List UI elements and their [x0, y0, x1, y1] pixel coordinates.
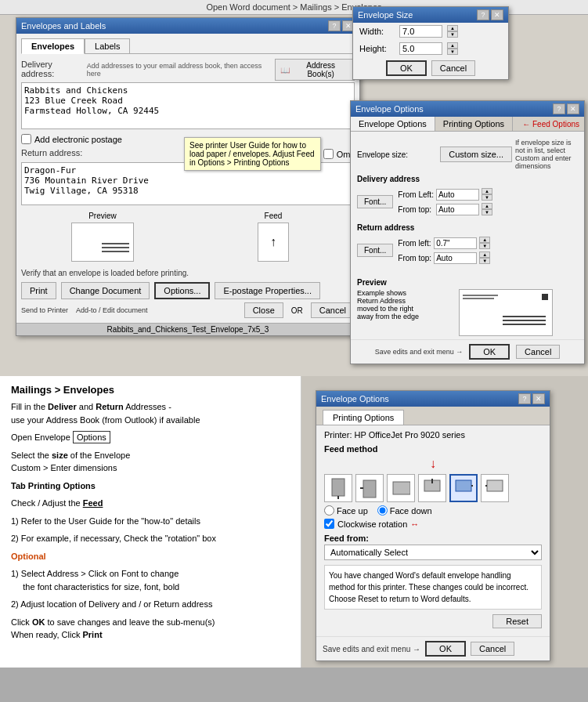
close-btn2[interactable]: Close [244, 302, 283, 318]
print-options-close[interactable]: ✕ [532, 393, 545, 404]
face-radio-group: Face up Face down [324, 505, 542, 516]
print-options-title: Envelope Options [321, 394, 389, 403]
env-size-close[interactable]: ✕ [491, 9, 503, 20]
step2-para: 2) For example, if necessary, Check the … [11, 532, 290, 545]
feed-icon-2-svg [360, 477, 379, 499]
custom-note: If envelope size is not in list, select … [515, 139, 578, 170]
printer-row: Printer: HP OfficeJet Pro 9020 series [324, 430, 542, 440]
print-options-title-btns: ? ✕ [518, 393, 545, 404]
return-font-btn[interactable]: Font... [357, 244, 393, 257]
tab-envelopes[interactable]: Envelopes [21, 38, 85, 54]
feed-icon-6-svg [485, 477, 504, 499]
print-options-cancel-btn[interactable]: Cancel [471, 642, 514, 656]
width-label: Width: [359, 27, 395, 36]
info-box: You have changed Word's default envelope… [324, 565, 542, 610]
print-options-body: Printer: HP OfficeJet Pro 9020 series Fe… [316, 425, 550, 636]
options-preview-graphic [459, 289, 553, 336]
feed-icon-3-svg [391, 477, 410, 499]
width-spinner: ▲ ▼ [447, 25, 458, 38]
options-btn[interactable]: Options... [154, 282, 210, 299]
return-label: Return address: [21, 148, 82, 157]
tabs-row: Envelopes Labels [21, 38, 355, 54]
clockwise-checkbox[interactable] [324, 519, 334, 529]
env-options-question[interactable]: ? [553, 103, 565, 114]
env-line-3 [102, 251, 129, 252]
address-info-text: Add addresses to your email address book… [87, 62, 276, 78]
cancel-btn[interactable]: Cancel [311, 302, 355, 318]
close-cancel-row: Send to Printer Add-to / Edit document C… [21, 302, 355, 318]
print-options-bottom-row: Save edits and exit menu → OK Cancel [316, 636, 550, 660]
omit-checkbox[interactable] [323, 149, 334, 159]
envelope-lines [102, 241, 129, 255]
epostage-btn[interactable]: E-postage Properties... [215, 282, 320, 299]
preview-content-row: Example shows Return Address moved to th… [357, 289, 578, 336]
feed-icon-5[interactable] [449, 474, 478, 502]
delivery-address-field[interactable]: Rabbits and Chickens 123 Blue Creek Road… [21, 82, 355, 129]
feed-icon-6[interactable] [481, 474, 509, 502]
address-book-icon: 📖 [280, 66, 290, 74]
envelope-preview-graphic [71, 223, 134, 262]
height-input[interactable] [399, 42, 442, 55]
delivery-header-row: Delivery address: Add addresses to your … [21, 59, 355, 81]
env-size-question[interactable]: ? [477, 9, 489, 20]
options-ok-btn[interactable]: OK [469, 344, 510, 360]
from-top-spinner1: ▲ ▼ [482, 203, 492, 215]
delivery-font-btn[interactable]: Font... [357, 195, 393, 208]
env-size-row: Envelope size: Custom size... If envelop… [357, 139, 578, 170]
width-up[interactable]: ▲ [447, 25, 458, 31]
feed-from-select[interactable]: Automatically Select [324, 545, 542, 560]
feed-icon-4-svg [423, 477, 442, 499]
height-up[interactable]: ▲ [447, 42, 458, 49]
optional-step1: 1) Select Address > Click on Font to cha… [11, 567, 290, 593]
size-ok-btn[interactable]: OK [386, 60, 427, 76]
print-options-ok-btn[interactable]: OK [425, 641, 466, 657]
tab-labels[interactable]: Labels [85, 38, 130, 53]
from-top-input1[interactable] [436, 204, 479, 215]
address-book-btn[interactable]: 📖 Address Book(s) [275, 59, 355, 81]
feed-icon-3[interactable] [387, 474, 415, 502]
delivery-addr-section: Delivery address Font... From Left: ▲ ▼ … [357, 175, 578, 219]
send-to-printer-label: Send to Printer [21, 306, 68, 314]
env-options-title: Envelope Options [355, 104, 424, 114]
question-btn[interactable]: ? [328, 20, 341, 31]
size-cancel-btn[interactable]: Cancel [431, 60, 475, 76]
env-options-close[interactable]: ✕ [567, 103, 579, 114]
return-line-2 [463, 298, 494, 299]
tab-envelope-options[interactable]: Envelope Options [351, 117, 435, 131]
options-cancel-btn[interactable]: Cancel [516, 345, 560, 359]
feed-icon-4[interactable] [418, 474, 446, 502]
svg-rect-9 [487, 480, 503, 491]
tab-printing-options[interactable]: Printing Options [435, 117, 513, 131]
preview-example-text: Example shows Return Address moved to th… [357, 289, 427, 320]
height-down[interactable]: ▼ [447, 49, 458, 55]
face-up-radio[interactable] [324, 505, 334, 516]
save-note: Save edits and exit menu → [323, 645, 420, 653]
face-up-option[interactable]: Face up [324, 505, 368, 516]
from-left-input1[interactable] [436, 189, 479, 201]
face-down-radio[interactable] [377, 505, 388, 516]
feed-icon-1[interactable] [324, 474, 352, 502]
reset-btn[interactable]: Reset [492, 614, 542, 628]
feed-icon-2[interactable] [355, 474, 384, 502]
envelope-options-dialog: Envelope Options ? ✕ Envelope Options Pr… [350, 100, 585, 364]
feed-icons-row [324, 474, 542, 502]
p-line-3 [503, 324, 546, 325]
options-preview: Preview Example shows Return Address mov… [351, 275, 584, 339]
width-input[interactable] [399, 25, 442, 38]
printing-options-tab[interactable]: Printing Options [323, 410, 404, 425]
clockwise-row: Clockwise rotation ↔ [324, 519, 542, 529]
print-btn[interactable]: Print [21, 282, 56, 299]
change-document-btn[interactable]: Change Document [61, 282, 150, 299]
add-postage-checkbox[interactable] [21, 134, 31, 144]
from-left-input2[interactable] [434, 237, 477, 249]
print-options-question[interactable]: ? [518, 393, 531, 404]
printing-options-dialog: Envelope Options ? ✕ Printing Options Pr… [316, 390, 550, 661]
custom-size-btn[interactable]: Custom size... [440, 147, 512, 162]
reset-row: Reset [324, 614, 542, 628]
preview-stamp [542, 294, 548, 300]
face-down-option[interactable]: Face down [377, 505, 432, 516]
feed-underline: Feed [83, 498, 103, 508]
width-down[interactable]: ▼ [447, 31, 458, 38]
from-top-input2[interactable] [434, 252, 477, 264]
delivery-label: Delivery address: [21, 60, 87, 78]
